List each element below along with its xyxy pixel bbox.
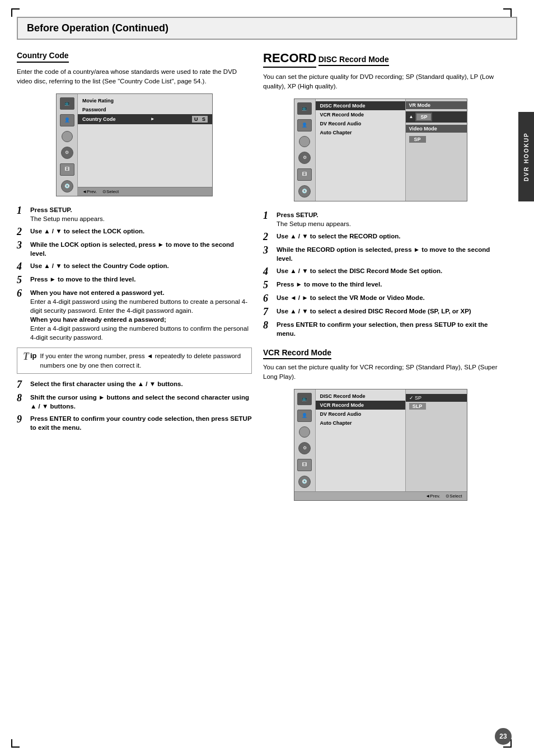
vcr-auto-chapter-row: Auto Chapter <box>316 419 405 428</box>
step-7: 7 Select the first character using the ▲… <box>17 379 252 389</box>
step-1: 1 Press SETUP.The Setup menu appears. <box>17 205 252 223</box>
step-num-2: 2 <box>17 227 27 237</box>
step-8: 8 Shift the cursor using ► buttons and s… <box>17 393 252 411</box>
step-text-8: Shift the cursor using ► buttons and sel… <box>30 393 252 411</box>
left-column: Country Code Enter the code of a country… <box>17 51 252 506</box>
tip-letter-t: T <box>23 351 29 361</box>
disc-step-text-5: Press ► to move to the third level. <box>277 280 382 289</box>
disc-step-num-2: 2 <box>263 232 273 242</box>
vcr-record-mode-title: VCR Record Mode <box>263 348 331 359</box>
vcr-film-icon: 🎞 <box>297 459 312 471</box>
step-num-4: 4 <box>17 261 27 271</box>
disc-right-panel: VR Mode ▲ SP Video Mode SP <box>405 99 467 201</box>
disc-film-icon: 🎞 <box>297 168 312 181</box>
person-icon: 👤 <box>60 114 74 126</box>
prev-button-label: ◄Prev. <box>82 189 97 194</box>
country-code-label: Country Code <box>82 116 116 122</box>
step-num-9: 9 <box>17 414 27 424</box>
step-6: 6 When you have not entered a password y… <box>17 288 252 342</box>
disc-step-num-3: 3 <box>263 245 273 255</box>
tip-content: If you enter the wrong number, press ◄ r… <box>40 351 246 369</box>
vcr-record-row: VCR Record Mode <box>316 110 405 119</box>
menu-row-country: Country Code ► U S <box>78 114 212 124</box>
country-code-values: U S <box>192 116 208 123</box>
page-header: Before Operation (Continued) <box>17 17 517 40</box>
disc-step-text-8: Press ENTER to confirm your selection, t… <box>277 320 498 338</box>
vcr-prev-label: ◄Prev. <box>425 494 440 499</box>
disc-tv-icon: 📺 <box>297 102 312 115</box>
auto-chapter-row: Auto Chapter <box>316 128 405 137</box>
video-sp-option: SP <box>406 135 467 144</box>
vcr-menu-inner: 📺 👤 ⚙ 🎞 💿 DISC Record Mode VCR Record Mo… <box>294 389 467 491</box>
circle-icon <box>62 131 73 142</box>
video-sp-box: SP <box>409 136 426 143</box>
vcr-menu-icons: 📺 👤 ⚙ 🎞 💿 <box>294 389 316 491</box>
vcr-select-label: ⊙Select <box>446 494 462 499</box>
step-text-7: Select the first character using the ▲ /… <box>30 379 183 388</box>
step-9: 9 Press ENTER to confirm your country co… <box>17 414 252 432</box>
step-num-1: 1 <box>17 205 27 215</box>
step-num-3: 3 <box>17 240 27 250</box>
step-text-9: Press ENTER to confirm your country code… <box>30 414 252 432</box>
disc-menu-icons: 📺 👤 ⚙ 🎞 💿 <box>294 99 316 201</box>
menu-row-movie: Movie Rating <box>78 96 212 105</box>
disc-step-4: 4 Use ▲ / ▼ to select the DISC Record Mo… <box>263 266 498 276</box>
step-num-5: 5 <box>17 275 27 285</box>
vcr-disc-record-row: DISC Record Mode <box>316 392 405 401</box>
dvr-hookup-tab: DVR HOOKUP <box>518 112 534 201</box>
tip-icon: T ip <box>23 351 37 361</box>
sp-box: SP <box>415 112 432 121</box>
tip-label: ip <box>30 351 37 360</box>
menu-bottom-bar: ◄Prev. ⊙Select <box>78 187 212 196</box>
film-icon: 🎞 <box>60 163 74 176</box>
page-title: Before Operation (Continued) <box>27 22 507 34</box>
tip-box: T ip If you enter the wrong number, pres… <box>17 348 252 373</box>
sp-option: ▲ SP <box>406 111 467 123</box>
disc-step-num-4: 4 <box>263 266 273 276</box>
vcr-circle-icon <box>299 426 310 438</box>
step-num-7: 7 <box>17 379 27 389</box>
step-2: 2 Use ▲ / ▼ to select the LOCK option. <box>17 227 252 237</box>
disc-step-num-8: 8 <box>263 320 273 330</box>
vcr-person-icon: 👤 <box>297 410 312 422</box>
disc-disc-icon: 💿 <box>298 185 311 198</box>
disc-person-icon: 👤 <box>297 119 312 132</box>
disc-step-5: 5 Press ► to move to the third level. <box>263 280 498 290</box>
vcr-dv-record-row: DV Record Audio <box>316 410 405 419</box>
video-mode-header: Video Mode <box>406 125 467 133</box>
step-text-2: Use ▲ / ▼ to select the LOCK option. <box>30 227 144 236</box>
disc-step-num-5: 5 <box>263 280 273 290</box>
vcr-right-panel: ✓ SP SLP <box>405 389 467 491</box>
disc-step-text-1: Press SETUP.The Setup menu appears. <box>277 210 351 228</box>
step-text-1: Press SETUP.The Setup menu appears. <box>30 205 105 223</box>
vcr-tv-icon: 📺 <box>297 393 312 405</box>
disc-step-text-3: While the RECORD option is selected, pre… <box>277 245 498 263</box>
vcr-menu-content: DISC Record Mode VCR Record Mode DV Reco… <box>316 389 405 491</box>
disc-step-num-6: 6 <box>263 293 273 303</box>
vcr-gear-icon: ⚙ <box>298 442 311 454</box>
disc-step-num-7: 7 <box>263 307 273 317</box>
country-code-description: Enter the code of a country/area whose s… <box>17 67 252 87</box>
disc-step-text-6: Use ◄ / ► to select the VR Mode or Video… <box>277 293 425 302</box>
menu-rows: Movie Rating Password Country Code ► U S <box>78 94 212 187</box>
disc-icon: 💿 <box>61 180 73 192</box>
vcr-slp-option: SLP <box>406 402 467 411</box>
country-code-title: Country Code <box>17 51 69 63</box>
disc-step-num-1: 1 <box>263 210 273 220</box>
select-button-label: ⊙Select <box>102 189 119 194</box>
country-code-arrow: ► <box>151 116 155 121</box>
step-4: 4 Use ▲ / ▼ to select the Country Code o… <box>17 261 252 271</box>
disc-step-8: 8 Press ENTER to confirm your selection,… <box>263 320 498 338</box>
disc-record-mode-title: DISC Record Mode <box>318 55 389 66</box>
disc-step-7: 7 Use ▲ / ▼ to select a desired DISC Rec… <box>263 307 498 317</box>
vcr-sp-check: ✓ SP <box>409 395 422 401</box>
disc-gear-icon: ⚙ <box>298 152 311 164</box>
sp-arrow: ▲ <box>409 114 414 119</box>
step-num-6: 6 <box>17 288 27 298</box>
vcr-sp-option: ✓ SP <box>406 394 467 402</box>
disc-step-3: 3 While the RECORD option is selected, p… <box>263 245 498 263</box>
vr-mode-header: VR Mode <box>406 101 467 109</box>
disc-step-1: 1 Press SETUP.The Setup menu appears. <box>263 210 498 228</box>
disc-step-text-4: Use ▲ / ▼ to select the DISC Record Mode… <box>277 266 442 275</box>
vcr-record-mode-row: VCR Record Mode <box>316 401 405 410</box>
